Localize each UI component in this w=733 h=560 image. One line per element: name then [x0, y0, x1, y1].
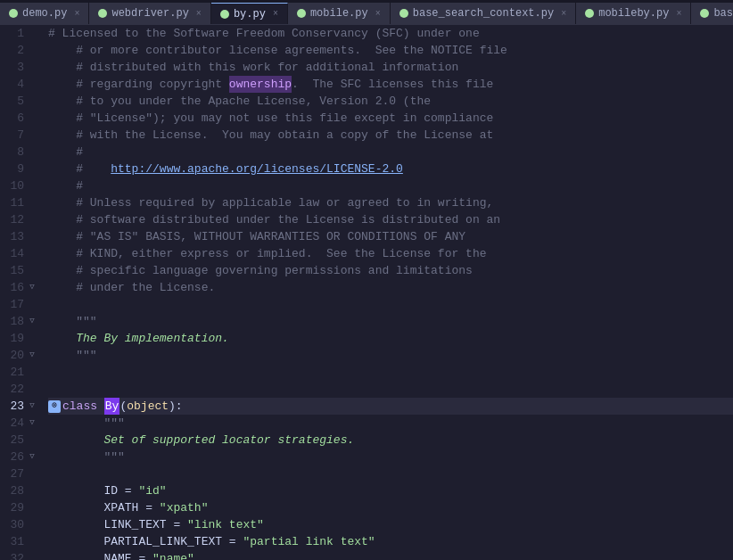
code-line-5: # to you under the Apache License, Versi…: [48, 93, 733, 110]
tab-icon-base-page: [700, 9, 709, 18]
code-line-25: Set of supported locator strategies.: [48, 432, 733, 449]
code-line-4: # regarding copyright ownership. The SFC…: [48, 76, 733, 93]
gutter-18: 18▽: [0, 313, 37, 330]
editor-window: demo.py × webdriver.py × by.py × mobile.…: [0, 0, 733, 560]
gutter-1: 1: [0, 25, 37, 42]
tab-label-demo: demo.py: [22, 7, 67, 20]
code-line-22: [48, 381, 733, 398]
tab-label-by: by.py: [234, 8, 266, 21]
editor-body: 1 2 3 4 5 6 7 8 9 10 11 12 13 14 15 16▽ …: [0, 25, 733, 560]
code-line-19: The By implementation.: [48, 330, 733, 347]
gutter-5: 5: [0, 93, 37, 110]
code-line-31: PARTIAL_LINK_TEXT = "partial link text": [48, 533, 733, 550]
gutter-20: 20▽: [0, 347, 37, 364]
tab-base-page[interactable]: base_page.py ×: [691, 3, 733, 24]
tab-demo[interactable]: demo.py ×: [0, 3, 89, 24]
tab-mobile[interactable]: mobile.py ×: [288, 3, 391, 24]
gutter-13: 13: [0, 228, 37, 245]
tab-icon-by: [220, 10, 229, 19]
code-line-3: # distributed with this work for additio…: [48, 59, 733, 76]
code-line-23: ⊙ class By(object):: [48, 398, 733, 415]
gutter-15: 15: [0, 262, 37, 279]
gutter-3: 3: [0, 59, 37, 76]
code-line-27: [48, 465, 733, 482]
tab-by[interactable]: by.py ×: [211, 3, 288, 24]
gutter-4: 4: [0, 76, 37, 93]
gutter-26: 26▽: [0, 449, 37, 465]
gutter-30: 30: [0, 516, 37, 533]
gutter-32: 32: [0, 550, 37, 560]
gutter-31: 31: [0, 533, 37, 550]
code-line-2: # or more contributor license agreements…: [48, 42, 733, 59]
close-icon-base-search[interactable]: ×: [561, 9, 566, 19]
tab-bar: demo.py × webdriver.py × by.py × mobile.…: [0, 0, 733, 25]
tab-base-search[interactable]: base_search_context.py ×: [391, 3, 576, 24]
code-line-18: """: [48, 313, 733, 330]
code-line-8: #: [48, 144, 733, 161]
code-content[interactable]: # Licensed to the Software Freedom Conse…: [45, 25, 733, 560]
code-line-11: # Unless required by applicable law or a…: [48, 194, 733, 211]
gutter-22: 22: [0, 381, 37, 398]
tab-icon-webdriver: [98, 9, 107, 18]
gutter-27: 27: [0, 465, 37, 482]
tab-icon-mobileby: [585, 9, 594, 18]
code-line-24: """: [48, 415, 733, 432]
tab-icon-base-search: [399, 9, 408, 18]
gutter-7: 7: [0, 127, 37, 144]
gutter-8: 8: [0, 144, 37, 161]
code-line-9: # http://www.apache.org/licenses/LICENSE…: [48, 161, 733, 177]
gutter-10: 10: [0, 177, 37, 194]
tab-icon-mobile: [297, 9, 306, 18]
code-line-12: # software distributed under the License…: [48, 211, 733, 228]
gutter-2: 2: [0, 42, 37, 59]
code-line-1: # Licensed to the Software Freedom Conse…: [48, 25, 733, 42]
gutter-19: 19: [0, 330, 37, 347]
gutter-9: 9: [0, 161, 37, 177]
gutter-29: 29: [0, 499, 37, 516]
gutter-23: 23▽: [0, 398, 37, 415]
gutter-14: 14: [0, 245, 37, 262]
tab-mobileby[interactable]: mobileby.py ×: [576, 3, 691, 24]
tab-label-base-page: base_page.py: [713, 7, 733, 20]
code-line-29: XPATH = "xpath": [48, 499, 733, 516]
close-icon-by[interactable]: ×: [273, 9, 278, 19]
fold-icon-16[interactable]: ▽: [27, 279, 37, 296]
code-line-16: # under the License.: [48, 279, 733, 296]
close-icon-demo[interactable]: ×: [74, 9, 79, 19]
tab-label-base-search: base_search_context.py: [413, 7, 554, 20]
code-line-32: NAME = "name": [48, 550, 733, 560]
close-icon-mobile[interactable]: ×: [375, 9, 381, 19]
fold-icon-18[interactable]: ▽: [27, 313, 37, 330]
fold-icon-26[interactable]: ▽: [27, 449, 37, 465]
close-icon-webdriver[interactable]: ×: [196, 9, 202, 19]
code-line-6: # "License"); you may not use this file …: [48, 110, 733, 127]
tab-webdriver[interactable]: webdriver.py ×: [89, 3, 210, 24]
line-number-gutter: 1 2 3 4 5 6 7 8 9 10 11 12 13 14 15 16▽ …: [0, 25, 45, 560]
tab-label-mobileby: mobileby.py: [598, 7, 669, 20]
gutter-25: 25: [0, 432, 37, 449]
gutter-28: 28: [0, 482, 37, 499]
code-line-14: # KIND, either express or implied. See t…: [48, 245, 733, 262]
gutter-12: 12: [0, 211, 37, 228]
close-icon-mobileby[interactable]: ×: [676, 9, 681, 19]
gutter-11: 11: [0, 194, 37, 211]
code-line-7: # with the License. You may obtain a cop…: [48, 127, 733, 144]
gutter-24: 24▽: [0, 415, 37, 432]
code-line-10: #: [48, 177, 733, 194]
code-line-30: LINK_TEXT = "link text": [48, 516, 733, 533]
gutter-16: 16▽: [0, 279, 37, 296]
gutter-21: 21: [0, 364, 37, 381]
code-line-17: [48, 296, 733, 313]
code-line-26: """: [48, 449, 733, 465]
scroll-indicator: ⊙: [48, 400, 61, 413]
fold-icon-24[interactable]: ▽: [27, 415, 37, 432]
gutter-6: 6: [0, 110, 37, 127]
code-line-13: # "AS IS" BASIS, WITHOUT WARRANTIES OR C…: [48, 228, 733, 245]
tab-label-webdriver: webdriver.py: [111, 7, 188, 20]
gutter-17: 17: [0, 296, 37, 313]
tab-label-mobile: mobile.py: [310, 7, 368, 20]
fold-icon-23[interactable]: ▽: [27, 398, 37, 415]
tab-icon-demo: [9, 9, 18, 18]
code-line-20: """: [48, 347, 733, 364]
fold-icon-20[interactable]: ▽: [27, 347, 37, 364]
